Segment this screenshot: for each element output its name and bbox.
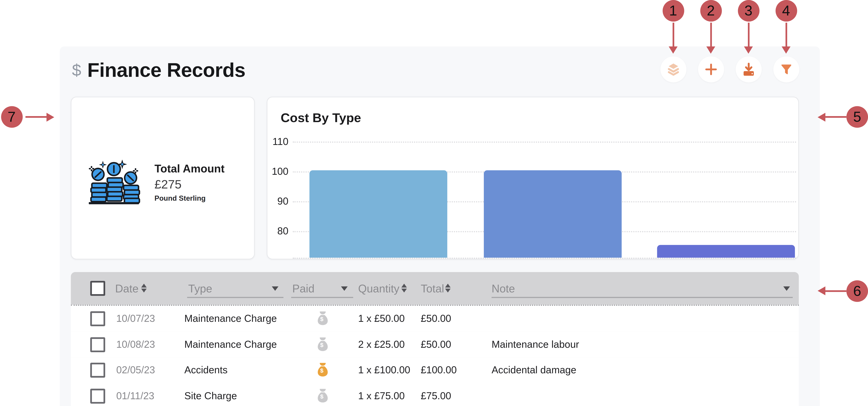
callout-5: 5 [846, 106, 868, 128]
ytick-80: 80 [267, 225, 288, 237]
svg-text:$: $ [320, 342, 323, 348]
callout-3-arrowhead [744, 46, 753, 54]
callout-1-arrowhead [669, 46, 678, 54]
table-header: Date Type Paid Quantity Total Note [71, 272, 799, 305]
callout-4-arrowhead [782, 46, 790, 54]
cell-date: 01/11/23 [116, 383, 154, 406]
table-row[interactable]: 01/11/23 Site Charge $ 1 x £75.00 £75.00 [71, 383, 799, 406]
callout-1: 1 [662, 0, 684, 22]
cell-note: Accidental damage [492, 357, 576, 383]
bar-2 [484, 170, 622, 258]
row-checkbox[interactable] [90, 337, 105, 352]
cell-quantity: 1 x £50.00 [358, 306, 405, 332]
cell-total: £75.00 [421, 383, 451, 406]
select-all-checkbox[interactable] [90, 281, 105, 296]
group-button[interactable] [660, 56, 686, 82]
cell-quantity: 1 x £75.00 [358, 383, 405, 406]
callout-2: 2 [700, 0, 721, 22]
type-dropdown-icon[interactable] [272, 286, 278, 291]
sort-quantity-icon[interactable] [401, 284, 407, 293]
total-amount-value: £275 [154, 176, 224, 193]
paid-filter-input[interactable] [291, 297, 353, 298]
cell-date: 10/07/23 [116, 306, 155, 332]
column-type: Type [188, 281, 212, 296]
layers-icon [666, 62, 681, 77]
callout-2-arrowhead [706, 46, 715, 54]
callout-5-arrow [826, 116, 846, 118]
coins-illustration-icon [87, 160, 141, 208]
bars-area [293, 97, 796, 258]
table-row[interactable]: 10/08/23 Maintenance Charge $ 2 x £25.00… [71, 332, 799, 358]
finance-records-screen: $ Finance Records [0, 0, 868, 406]
callout-5-arrowhead [817, 112, 826, 121]
callout-4-arrow [785, 23, 787, 47]
add-record-button[interactable] [698, 56, 724, 82]
callout-6-arrowhead [817, 286, 826, 295]
sort-total-icon[interactable] [445, 284, 451, 293]
money-bag-icon: $ [317, 311, 329, 326]
callout-7: 7 [1, 106, 22, 128]
cell-quantity: 2 x £25.00 [358, 332, 405, 357]
svg-text:$: $ [320, 367, 323, 374]
money-bag-icon: $ [317, 362, 329, 377]
table-row[interactable]: 10/07/23 Maintenance Charge $ 1 x £50.00… [71, 306, 799, 332]
ytick-100: 100 [267, 165, 288, 177]
cost-by-type-chart-card: Cost By Type 110 100 90 80 [267, 97, 799, 259]
total-amount-currency: Pound Sterling [154, 193, 224, 203]
callout-3: 3 [738, 0, 759, 22]
type-filter-input[interactable] [187, 297, 283, 298]
column-paid: Paid [292, 281, 314, 296]
header-dropdown-icon[interactable] [783, 286, 790, 291]
plus-icon [703, 62, 718, 77]
callout-3-arrow [748, 23, 749, 47]
cell-date: 02/05/23 [116, 357, 155, 383]
column-note: Note [492, 281, 515, 296]
page-header: $ Finance Records [72, 55, 245, 85]
paid-dropdown-icon[interactable] [341, 286, 348, 291]
callout-6: 6 [846, 280, 868, 302]
callout-7-arrow [25, 116, 46, 118]
ytick-110: 110 [267, 135, 288, 148]
column-date: Date [115, 281, 138, 296]
note-filter-input[interactable] [492, 297, 793, 298]
callout-2-arrow [710, 23, 712, 47]
cell-type: Maintenance Charge [184, 332, 277, 357]
cell-total: £50.00 [421, 306, 451, 332]
total-amount-label: Total Amount [154, 161, 224, 176]
svg-text:$: $ [320, 393, 323, 399]
callout-4: 4 [775, 0, 797, 22]
cell-note: Maintenance labour [492, 332, 579, 357]
page-title: Finance Records [87, 59, 246, 82]
filter-button[interactable] [773, 56, 799, 82]
cell-date: 10/08/23 [116, 332, 155, 357]
chart-baseline [293, 258, 796, 259]
callout-1-arrow [672, 23, 674, 47]
svg-text:$: $ [320, 316, 323, 322]
row-checkbox[interactable] [90, 311, 105, 326]
download-icon [741, 62, 756, 77]
cell-total: £100.00 [421, 357, 457, 383]
cell-total: £50.00 [421, 332, 451, 357]
funnel-icon [779, 62, 794, 77]
row-checkbox[interactable] [90, 363, 105, 377]
money-bag-icon: $ [317, 337, 329, 352]
total-amount-card: Total Amount £275 Pound Sterling [71, 97, 255, 259]
ytick-90: 90 [267, 195, 288, 207]
row-checkbox[interactable] [90, 388, 105, 403]
cell-type: Site Charge [184, 383, 237, 406]
callout-7-arrowhead [46, 112, 54, 121]
table-row[interactable]: 02/05/23 Accidents $ 1 x £100.00 £100.00… [71, 357, 799, 383]
bar-3 [657, 245, 795, 258]
bar-1 [309, 170, 447, 258]
cell-type: Maintenance Charge [184, 306, 277, 332]
column-quantity: Quantity [358, 281, 400, 296]
currency-dollar-icon: $ [72, 61, 81, 79]
cell-quantity: 1 x £100.00 [358, 357, 410, 383]
column-total: Total [421, 281, 444, 296]
sort-date-icon[interactable] [141, 284, 147, 293]
download-button[interactable] [736, 56, 762, 82]
callout-6-arrow [826, 290, 846, 292]
money-bag-icon: $ [317, 388, 329, 403]
cell-type: Accidents [184, 357, 227, 383]
